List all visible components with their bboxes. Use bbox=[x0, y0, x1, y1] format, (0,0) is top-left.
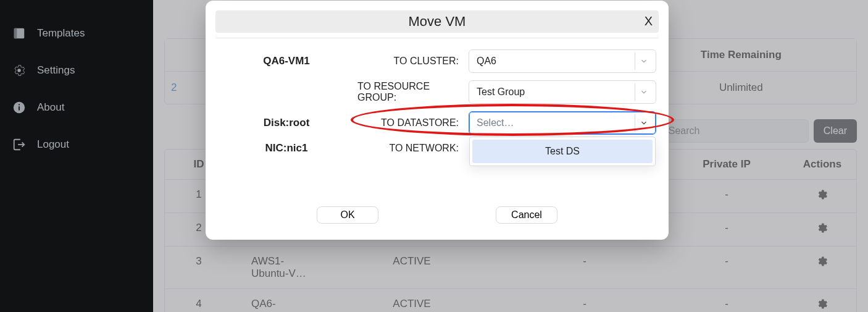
close-button[interactable]: X bbox=[645, 14, 653, 28]
datastore-option[interactable]: Test DS bbox=[472, 140, 653, 163]
network-label: TO NETWORK: bbox=[357, 143, 469, 154]
vm-name-label: QA6-VM1 bbox=[215, 55, 357, 67]
svg-rect-1 bbox=[14, 28, 17, 39]
modal-title: Move VM bbox=[215, 14, 659, 30]
sidebar-item-about[interactable]: About bbox=[0, 89, 153, 126]
sidebar-item-label: Templates bbox=[37, 27, 85, 40]
cluster-select[interactable]: QA6 bbox=[469, 49, 656, 73]
sidebar-item-label: Logout bbox=[37, 138, 69, 151]
cancel-button[interactable]: Cancel bbox=[496, 206, 557, 224]
chevron-down-icon bbox=[635, 53, 652, 70]
svg-rect-5 bbox=[19, 104, 20, 106]
datastore-select[interactable]: Select… Test DS bbox=[469, 111, 656, 135]
datastore-placeholder: Select… bbox=[477, 117, 514, 129]
gear-icon bbox=[12, 64, 26, 77]
move-vm-modal: Move VM X QA6-VM1 TO CLUSTER: QA6 TO RES… bbox=[206, 1, 669, 240]
svg-rect-4 bbox=[19, 106, 20, 110]
datastore-dropdown: Test DS bbox=[469, 137, 656, 166]
chevron-down-icon bbox=[635, 83, 652, 101]
resource-group-label: TO RESOURCE GROUP: bbox=[357, 81, 469, 103]
logout-icon bbox=[12, 138, 26, 151]
resource-group-select[interactable]: Test Group bbox=[469, 80, 656, 104]
sidebar-item-templates[interactable]: Templates bbox=[0, 15, 153, 52]
ok-button[interactable]: OK bbox=[317, 206, 378, 224]
svg-point-2 bbox=[17, 69, 21, 72]
divider bbox=[215, 38, 659, 38]
sidebar-item-settings[interactable]: Settings bbox=[0, 52, 153, 89]
datastore-label: TO DATASTORE: bbox=[357, 117, 469, 129]
templates-icon bbox=[12, 27, 26, 40]
disk-section-label: Disk:root bbox=[215, 117, 357, 129]
chevron-down-icon bbox=[635, 114, 652, 132]
sidebar-item-label: About bbox=[37, 101, 64, 114]
cluster-label: TO CLUSTER: bbox=[357, 56, 469, 67]
sidebar-item-label: Settings bbox=[37, 64, 75, 77]
info-icon bbox=[12, 101, 26, 114]
modal-title-bar: Move VM X bbox=[215, 11, 659, 33]
sidebar: Templates Settings About Logout bbox=[0, 0, 153, 312]
nic-section-label: NIC:nic1 bbox=[215, 142, 357, 154]
sidebar-item-logout[interactable]: Logout bbox=[0, 126, 153, 163]
